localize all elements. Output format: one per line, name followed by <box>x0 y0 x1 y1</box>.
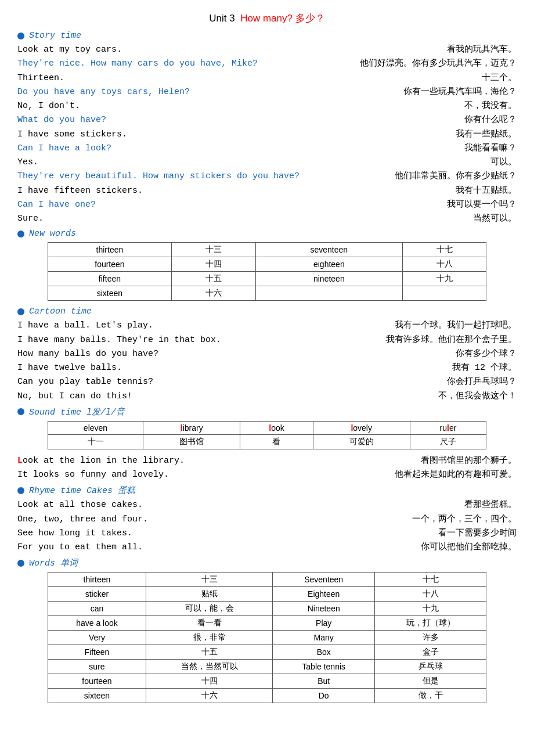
words-cell: 很，非常 <box>146 631 273 645</box>
sound-sentence-en: Look at the lion in the library. <box>17 454 185 467</box>
cartoon-zh: 我有一个球。我们一起打球吧。 <box>389 319 517 332</box>
story-zh: 我可以要一个吗？ <box>441 198 517 211</box>
story-en: Sure. <box>17 212 44 225</box>
story-line: Can I have a look?我能看看嘛？ <box>17 142 517 155</box>
story-zh: 我能看看嘛？ <box>459 142 517 155</box>
sound-sentence-en: It looks so funny and lovely. <box>17 468 169 481</box>
story-en: What do you have? <box>17 113 106 127</box>
words-cell: 盒子 <box>374 645 486 660</box>
sound-zh-cell: 尺子 <box>410 434 486 449</box>
sound-sentences: Look at the lion in the library.看图书馆里的那个… <box>17 454 517 482</box>
story-en: Yes. <box>17 156 38 169</box>
cartoon-zh: 我有 12 个球。 <box>446 361 517 375</box>
sound-cell: ruler <box>410 421 486 434</box>
words-cell: 十四 <box>146 674 273 689</box>
story-line: They're very beautiful. How many sticker… <box>17 170 517 183</box>
words-cell: sticker <box>48 587 146 602</box>
rhyme-zh: 看那些蛋糕。 <box>459 498 517 512</box>
sound-cell: eleven <box>48 421 143 434</box>
story-zh: 十三个。 <box>476 71 517 85</box>
words-cell: Play <box>273 616 374 631</box>
story-zh: 不，我没有。 <box>459 99 517 113</box>
new-words-table-container: thirteen十三seventeen十七fourteen十四eighteen十… <box>17 242 517 301</box>
words-cell: thirteen <box>48 573 146 587</box>
story-line: I have fifteen stickers.我有十五贴纸。 <box>17 184 517 197</box>
new-words-cell <box>402 286 486 301</box>
cartoon-en: I have twelve balls. <box>17 361 122 375</box>
words-cell: 十五 <box>146 645 273 660</box>
words-cell: 贴纸 <box>146 587 273 602</box>
new-words-cell: 十四 <box>172 257 256 272</box>
cartoon-line: I have twelve balls.我有 12 个球。 <box>17 361 517 375</box>
new-words-cell: 十六 <box>172 286 256 301</box>
words-cell: 玩，打（球） <box>374 616 486 631</box>
story-line: What do you have?你有什么呢？ <box>17 113 517 127</box>
bullet-icon-2 <box>17 231 24 237</box>
story-zh: 他们好漂亮。你有多少玩具汽车，迈克？ <box>354 57 517 70</box>
story-en: Can I have one? <box>17 198 96 211</box>
new-words-cell: sixteen <box>48 286 172 301</box>
story-en: Thirteen. <box>17 71 64 85</box>
story-en: They're very beautiful. How many sticker… <box>17 170 300 183</box>
story-line: No, I don't.不，我没有。 <box>17 99 517 113</box>
words-table: thirteen十三Seventeen十七sticker贴纸Eighteen十八… <box>48 572 487 703</box>
story-zh: 可以。 <box>485 156 517 169</box>
new-words-cell: fifteen <box>48 272 172 286</box>
rhyme-zh: 看一下需要多少时间 <box>432 527 517 540</box>
cartoon-line: How many balls do you have?你有多少个球？ <box>17 347 517 361</box>
story-line: Sure.当然可以。 <box>17 212 517 225</box>
words-cell: 十三 <box>146 573 273 587</box>
words-cell: 十七 <box>374 573 486 587</box>
sound-sentence-zh: 看图书馆里的那个狮子。 <box>415 454 517 467</box>
sound-cell: look <box>240 421 313 434</box>
new-words-cell: 十五 <box>172 272 256 286</box>
story-line: Can I have one?我可以要一个吗？ <box>17 198 517 211</box>
sound-cell: lovely <box>313 421 410 434</box>
cartoon-time-title: Cartoon time <box>29 307 92 316</box>
story-line: I have some stickers.我有一些贴纸。 <box>17 128 517 141</box>
new-words-cell: seventeen <box>255 243 402 257</box>
story-zh: 我有十五贴纸。 <box>450 184 517 197</box>
words-cell: Table tennis <box>273 660 374 674</box>
new-words-cell <box>255 286 402 301</box>
cartoon-lines: I have a ball. Let's play.我有一个球。我们一起打球吧。… <box>17 319 517 403</box>
rhyme-time-header: Rhyme time Cakes 蛋糕 <box>17 485 517 496</box>
rhyme-en: One, two, three and four. <box>17 513 148 526</box>
story-zh: 当然可以。 <box>467 212 517 225</box>
story-zh: 看我的玩具汽车。 <box>441 43 517 56</box>
story-time-title: Story time <box>29 31 81 41</box>
words-cell: can <box>48 602 146 616</box>
sound-zh-cell: 可爱的 <box>313 434 410 449</box>
story-line: Thirteen.十三个。 <box>17 71 517 85</box>
words-cell: 许多 <box>374 631 486 645</box>
new-words-cell: nineteen <box>255 272 402 286</box>
rhyme-zh: 一个，两个，三个，四个。 <box>406 513 517 526</box>
sound-sentence-zh: 他看起来是如此的有趣和可爱。 <box>389 468 517 481</box>
story-zh: 你有一些玩具汽车吗，海伦？ <box>398 85 517 99</box>
story-time-header: Story time <box>17 31 517 41</box>
story-en: Look at my toy cars. <box>17 43 122 56</box>
sound-cell: library <box>143 421 240 434</box>
words-cell: Eighteen <box>273 587 374 602</box>
cartoon-en: I have many balls. They're in that box. <box>17 333 221 347</box>
sound-zh-cell: 图书馆 <box>143 434 240 449</box>
words-cell: Very <box>48 631 146 645</box>
cartoon-zh: 我有许多球。他们在那个盒子里。 <box>380 333 517 347</box>
rhyme-en: For you to eat them all. <box>17 541 143 554</box>
words-cell: 十六 <box>146 689 273 703</box>
words-cell: Box <box>273 645 374 660</box>
bullet-icon <box>17 33 24 39</box>
story-en: Do you have any toys cars, Helen? <box>17 85 190 99</box>
cartoon-en: How many balls do you have? <box>17 347 158 361</box>
unit-topic: How many? 多少？ <box>240 13 324 24</box>
new-words-cell: 十七 <box>402 243 486 257</box>
words-cell: 十九 <box>374 602 486 616</box>
story-en: Can I have a look? <box>17 142 111 155</box>
cartoon-en: Can you play table tennis? <box>17 375 153 388</box>
sound-table-container: elevenlibrarylooklovelyruler十一图书馆看可爱的尺子 <box>17 421 517 449</box>
words-cell: have a look <box>48 616 146 631</box>
sound-zh-cell: 十一 <box>48 434 143 449</box>
new-words-cell: fourteen <box>48 257 172 272</box>
cartoon-en: No, but I can do this! <box>17 390 132 403</box>
rhyme-line: One, two, three and four.一个，两个，三个，四个。 <box>17 513 517 526</box>
